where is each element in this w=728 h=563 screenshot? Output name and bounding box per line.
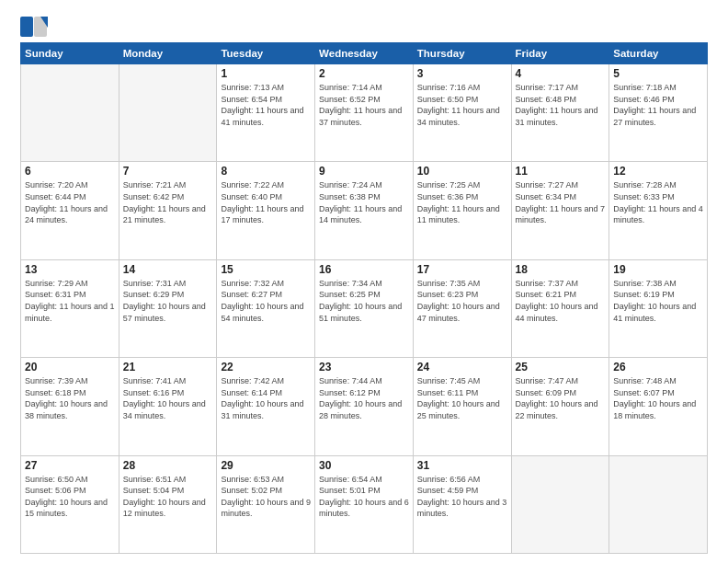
calendar-day-cell: 31Sunrise: 6:56 AMSunset: 4:59 PMDayligh… [413, 455, 511, 553]
weekday-header-cell: Saturday [609, 43, 708, 64]
day-info: Sunrise: 7:16 AMSunset: 6:50 PMDaylight:… [417, 82, 507, 128]
day-number: 25 [516, 361, 606, 373]
day-info: Sunrise: 6:54 AMSunset: 5:01 PMDaylight:… [319, 474, 409, 520]
day-info: Sunrise: 7:48 AMSunset: 6:07 PMDaylight:… [613, 375, 703, 421]
day-info: Sunrise: 7:20 AMSunset: 6:44 PMDaylight:… [25, 179, 115, 225]
day-info: Sunrise: 7:47 AMSunset: 6:09 PMDaylight:… [516, 375, 606, 421]
day-info: Sunrise: 7:41 AMSunset: 6:16 PMDaylight:… [123, 375, 213, 421]
weekday-header-cell: Friday [511, 43, 609, 64]
calendar-day-cell: 7Sunrise: 7:21 AMSunset: 6:42 PMDaylight… [119, 162, 217, 259]
calendar-week-row: 1Sunrise: 7:13 AMSunset: 6:54 PMDaylight… [21, 64, 708, 162]
day-number: 26 [613, 361, 703, 373]
header [20, 17, 708, 37]
weekday-header-cell: Sunday [21, 43, 119, 64]
calendar-day-cell: 11Sunrise: 7:27 AMSunset: 6:34 PMDayligh… [511, 162, 609, 259]
day-info: Sunrise: 7:38 AMSunset: 6:19 PMDaylight:… [613, 278, 703, 324]
calendar-day-cell: 20Sunrise: 7:39 AMSunset: 6:18 PMDayligh… [21, 358, 119, 455]
calendar-day-cell: 8Sunrise: 7:22 AMSunset: 6:40 PMDaylight… [217, 162, 315, 259]
day-number: 27 [25, 459, 115, 472]
calendar-day-cell: 27Sunrise: 6:50 AMSunset: 5:06 PMDayligh… [21, 455, 119, 553]
day-number: 29 [221, 459, 311, 472]
day-info: Sunrise: 7:35 AMSunset: 6:23 PMDaylight:… [417, 278, 507, 324]
calendar-day-cell: 10Sunrise: 7:25 AMSunset: 6:36 PMDayligh… [413, 162, 511, 259]
day-info: Sunrise: 7:34 AMSunset: 6:25 PMDaylight:… [319, 278, 409, 324]
day-number: 13 [25, 263, 115, 276]
calendar-day-cell: 18Sunrise: 7:37 AMSunset: 6:21 PMDayligh… [511, 259, 609, 357]
calendar-day-cell: 9Sunrise: 7:24 AMSunset: 6:38 PMDaylight… [315, 162, 414, 259]
day-number: 20 [25, 361, 115, 373]
day-info: Sunrise: 6:53 AMSunset: 5:02 PMDaylight:… [221, 474, 311, 520]
day-number: 14 [123, 263, 213, 276]
day-number: 18 [516, 263, 606, 276]
calendar-day-cell [511, 455, 609, 553]
day-number: 17 [417, 263, 507, 276]
calendar-day-cell: 30Sunrise: 6:54 AMSunset: 5:01 PMDayligh… [315, 455, 414, 553]
day-number: 21 [123, 361, 213, 373]
day-number: 8 [221, 165, 311, 178]
day-number: 9 [319, 165, 409, 178]
calendar-week-row: 6Sunrise: 7:20 AMSunset: 6:44 PMDaylight… [21, 162, 708, 259]
weekday-header-cell: Tuesday [217, 43, 315, 64]
calendar-day-cell [21, 64, 119, 162]
calendar-day-cell: 13Sunrise: 7:29 AMSunset: 6:31 PMDayligh… [21, 259, 119, 357]
calendar-day-cell: 2Sunrise: 7:14 AMSunset: 6:52 PMDaylight… [315, 64, 414, 162]
calendar-day-cell: 5Sunrise: 7:18 AMSunset: 6:46 PMDaylight… [609, 64, 708, 162]
svg-rect-0 [20, 17, 33, 37]
calendar-day-cell: 21Sunrise: 7:41 AMSunset: 6:16 PMDayligh… [119, 358, 217, 455]
day-number: 4 [516, 67, 606, 80]
calendar-day-cell [609, 455, 708, 553]
day-info: Sunrise: 7:28 AMSunset: 6:33 PMDaylight:… [613, 179, 703, 225]
calendar-day-cell: 25Sunrise: 7:47 AMSunset: 6:09 PMDayligh… [511, 358, 609, 455]
day-info: Sunrise: 7:31 AMSunset: 6:29 PMDaylight:… [123, 278, 213, 324]
day-info: Sunrise: 7:45 AMSunset: 6:11 PMDaylight:… [417, 375, 507, 421]
day-info: Sunrise: 7:22 AMSunset: 6:40 PMDaylight:… [221, 179, 311, 225]
day-number: 30 [319, 459, 409, 472]
day-number: 2 [319, 67, 409, 80]
logo [20, 17, 50, 37]
calendar-day-cell: 23Sunrise: 7:44 AMSunset: 6:12 PMDayligh… [315, 358, 414, 455]
day-number: 7 [123, 165, 213, 178]
day-number: 19 [613, 263, 703, 276]
day-info: Sunrise: 7:37 AMSunset: 6:21 PMDaylight:… [516, 278, 606, 324]
calendar-day-cell: 15Sunrise: 7:32 AMSunset: 6:27 PMDayligh… [217, 259, 315, 357]
calendar-day-cell: 4Sunrise: 7:17 AMSunset: 6:48 PMDaylight… [511, 64, 609, 162]
day-number: 28 [123, 459, 213, 472]
day-number: 22 [221, 361, 311, 373]
calendar-week-row: 27Sunrise: 6:50 AMSunset: 5:06 PMDayligh… [21, 455, 708, 553]
day-number: 1 [221, 67, 311, 80]
day-info: Sunrise: 7:21 AMSunset: 6:42 PMDaylight:… [123, 179, 213, 225]
calendar-day-cell: 28Sunrise: 6:51 AMSunset: 5:04 PMDayligh… [119, 455, 217, 553]
weekday-header-cell: Monday [119, 43, 217, 64]
calendar-day-cell: 22Sunrise: 7:42 AMSunset: 6:14 PMDayligh… [217, 358, 315, 455]
calendar-day-cell: 16Sunrise: 7:34 AMSunset: 6:25 PMDayligh… [315, 259, 414, 357]
day-info: Sunrise: 7:18 AMSunset: 6:46 PMDaylight:… [613, 82, 703, 128]
day-info: Sunrise: 7:13 AMSunset: 6:54 PMDaylight:… [221, 82, 311, 128]
day-info: Sunrise: 6:50 AMSunset: 5:06 PMDaylight:… [25, 474, 115, 520]
day-number: 23 [319, 361, 409, 373]
calendar-day-cell: 1Sunrise: 7:13 AMSunset: 6:54 PMDaylight… [217, 64, 315, 162]
day-number: 10 [417, 165, 507, 178]
calendar-day-cell: 3Sunrise: 7:16 AMSunset: 6:50 PMDaylight… [413, 64, 511, 162]
day-info: Sunrise: 6:56 AMSunset: 4:59 PMDaylight:… [417, 474, 507, 520]
calendar-day-cell: 14Sunrise: 7:31 AMSunset: 6:29 PMDayligh… [119, 259, 217, 357]
page: SundayMondayTuesdayWednesdayThursdayFrid… [0, 0, 728, 563]
day-info: Sunrise: 7:29 AMSunset: 6:31 PMDaylight:… [25, 278, 115, 324]
day-info: Sunrise: 7:44 AMSunset: 6:12 PMDaylight:… [319, 375, 409, 421]
day-info: Sunrise: 6:51 AMSunset: 5:04 PMDaylight:… [123, 474, 213, 520]
day-number: 24 [417, 361, 507, 373]
calendar-day-cell: 26Sunrise: 7:48 AMSunset: 6:07 PMDayligh… [609, 358, 708, 455]
day-number: 6 [25, 165, 115, 178]
day-info: Sunrise: 7:27 AMSunset: 6:34 PMDaylight:… [516, 179, 606, 225]
day-info: Sunrise: 7:24 AMSunset: 6:38 PMDaylight:… [319, 179, 409, 225]
calendar-day-cell: 12Sunrise: 7:28 AMSunset: 6:33 PMDayligh… [609, 162, 708, 259]
calendar-day-cell: 6Sunrise: 7:20 AMSunset: 6:44 PMDaylight… [21, 162, 119, 259]
day-number: 5 [613, 67, 703, 80]
calendar-day-cell: 24Sunrise: 7:45 AMSunset: 6:11 PMDayligh… [413, 358, 511, 455]
calendar-day-cell: 19Sunrise: 7:38 AMSunset: 6:19 PMDayligh… [609, 259, 708, 357]
calendar-week-row: 13Sunrise: 7:29 AMSunset: 6:31 PMDayligh… [21, 259, 708, 357]
weekday-header-cell: Wednesday [315, 43, 414, 64]
day-info: Sunrise: 7:25 AMSunset: 6:36 PMDaylight:… [417, 179, 507, 225]
day-number: 15 [221, 263, 311, 276]
calendar-day-cell: 17Sunrise: 7:35 AMSunset: 6:23 PMDayligh… [413, 259, 511, 357]
calendar-day-cell: 29Sunrise: 6:53 AMSunset: 5:02 PMDayligh… [217, 455, 315, 553]
